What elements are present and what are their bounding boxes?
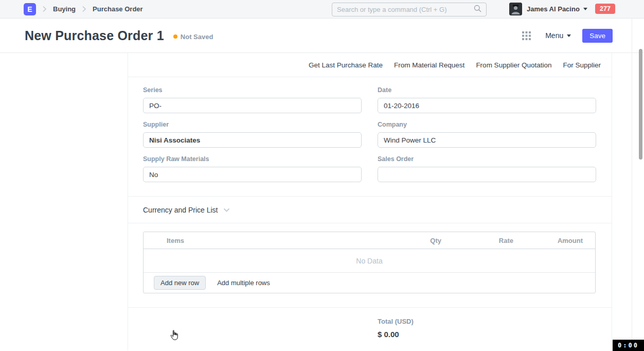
sales-order-field[interactable] [378, 167, 596, 182]
breadcrumb-buying[interactable]: Buying [53, 5, 76, 13]
currency-price-list-title: Currency and Price List [143, 206, 218, 214]
scroll-area-divider [632, 19, 632, 351]
supplier-label: Supplier [143, 121, 362, 128]
workspace-grid-button[interactable] [520, 29, 533, 42]
supply-raw-materials-label: Supply Raw Materials [143, 155, 362, 163]
search-input[interactable] [337, 6, 474, 13]
fields-section: Series Date Supplier Company [128, 77, 612, 197]
notification-badge[interactable]: 277 [595, 4, 615, 14]
vertical-scrollbar-thumb[interactable] [639, 49, 642, 160]
column-items: Items [144, 237, 369, 244]
chevron-down-icon [583, 8, 587, 10]
items-table: Items Qty Rate Amount No Data Add new ro… [143, 232, 596, 293]
action-from-supplier-quotation[interactable]: From Supplier Quotation [476, 61, 551, 69]
supply-raw-materials-field[interactable] [143, 167, 362, 182]
main-content: Get Last Purchase Rate From Material Req… [0, 53, 644, 350]
grid-icon [522, 31, 531, 40]
column-qty: Qty [369, 237, 441, 244]
chevron-right-icon [42, 6, 47, 12]
save-button[interactable]: Save [582, 29, 613, 43]
navbar: E Buying Purchase Order James Al Pacino … [0, 0, 644, 19]
currency-price-list-section-toggle[interactable]: Currency and Price List [128, 197, 612, 223]
action-for-supplier[interactable]: For Supplier [563, 61, 601, 69]
series-label: Series [143, 86, 362, 94]
add-new-row-button[interactable]: Add new row [154, 276, 206, 290]
series-field[interactable] [143, 98, 362, 113]
status-badge: Not Saved [173, 33, 213, 41]
action-get-last-purchase-rate[interactable]: Get Last Purchase Rate [309, 61, 383, 69]
form-container: Get Last Purchase Rate From Material Req… [128, 53, 612, 350]
supplier-field[interactable] [143, 132, 362, 148]
chevron-down-icon [567, 34, 571, 37]
add-multiple-rows-link[interactable]: Add multiple rows [217, 279, 270, 287]
breadcrumb-purchase-order[interactable]: Purchase Order [93, 5, 143, 13]
items-table-footer: Add new row Add multiple rows [144, 273, 595, 293]
page-title: New Purchase Order 1 [25, 28, 164, 43]
app-logo-letter: E [27, 5, 32, 13]
app-logo[interactable]: E [24, 3, 36, 15]
totals-section: Total (USD) $ 0.00 [128, 308, 612, 339]
no-data-row: No Data [144, 249, 595, 273]
action-from-material-request[interactable]: From Material Request [394, 61, 464, 69]
recording-timer: 0:00 [613, 340, 644, 351]
company-field[interactable] [378, 132, 596, 148]
sales-order-label: Sales Order [378, 155, 596, 163]
user-menu[interactable]: James Al Pacino [509, 3, 587, 15]
unsaved-dot-icon [173, 34, 177, 39]
global-search [332, 3, 487, 16]
menu-label: Menu [545, 31, 563, 40]
chevron-right-icon [82, 6, 86, 12]
chevron-down-icon [223, 208, 230, 213]
form-actions-row: Get Last Purchase Rate From Material Req… [128, 53, 612, 77]
user-avatar [509, 3, 522, 15]
items-section: Items Qty Rate Amount No Data Add new ro… [128, 223, 612, 308]
column-rate: Rate [441, 237, 513, 244]
total-label: Total (USD) [378, 318, 612, 325]
column-amount: Amount [513, 237, 583, 244]
total-value: $ 0.00 [378, 330, 612, 339]
page-head: New Purchase Order 1 Not Saved Menu Save [0, 19, 644, 53]
date-field[interactable] [378, 98, 596, 113]
status-text: Not Saved [181, 33, 213, 41]
company-label: Company [378, 121, 596, 128]
menu-button[interactable]: Menu [545, 31, 571, 40]
items-table-header: Items Qty Rate Amount [144, 232, 595, 249]
date-label: Date [378, 86, 596, 94]
search-icon [474, 5, 481, 14]
user-name: James Al Pacino [527, 5, 580, 13]
